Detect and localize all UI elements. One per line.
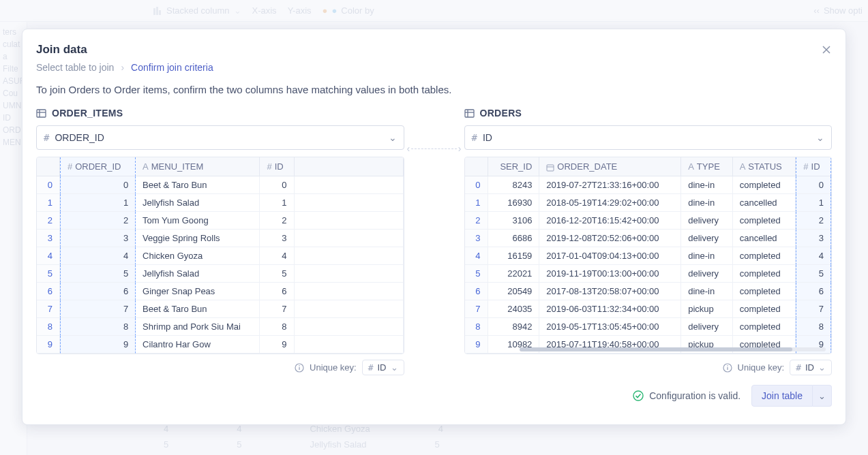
svg-rect-9 (465, 110, 474, 117)
table-row[interactable]: 7 7 Beet & Taro Bun 7 (37, 300, 404, 318)
table-row[interactable]: 4 4 Chicken Gyoza 4 (37, 247, 404, 265)
table-row[interactable]: 9 9 Cilantro Har Gow 9 (37, 336, 404, 354)
unique-key-label: Unique key: (310, 362, 357, 373)
svg-point-17 (633, 391, 643, 401)
table-row[interactable]: 1 1 Jellyfish Salad 1 (37, 194, 404, 212)
hash-icon: # (796, 362, 801, 373)
table-icon (464, 108, 475, 119)
col-header-order-id[interactable]: #ORDER_ID (60, 157, 136, 176)
check-circle-icon (633, 390, 644, 401)
hash-icon: # (472, 132, 477, 143)
left-table-preview: #ORDER_ID AMENU_ITEM #ID 0 0 Beet & Taro… (36, 157, 404, 354)
right-table-preview: SER_ID ORDER_DATE ATYPE ASTATUS #ID 0 82… (464, 157, 833, 354)
col-header-ser-id[interactable]: SER_ID (488, 157, 540, 176)
right-table-title: ORDERS (464, 108, 833, 119)
table-row[interactable]: 8 8 Shrimp and Pork Siu Mai 8 (37, 318, 404, 336)
join-data-modal: Join data Select table to join › Confirm… (22, 29, 846, 425)
table-row[interactable]: 2 3106 2016-12-20T16:15:42+00:00 deliver… (465, 212, 832, 230)
table-row[interactable]: 5 5 Jellyfish Salad 5 (37, 265, 404, 283)
svg-rect-12 (547, 165, 554, 171)
join-connector: ‹› (404, 136, 464, 161)
col-header-status[interactable]: ASTATUS (733, 157, 796, 176)
close-button[interactable] (821, 43, 832, 55)
table-row[interactable]: 0 8243 2019-07-27T21:33:16+00:00 dine-in… (465, 176, 832, 194)
table-row[interactable]: 3 6686 2019-12-08T20:52:06+00:00 deliver… (465, 230, 832, 247)
calendar-icon (546, 163, 554, 172)
col-header-id[interactable]: #ID (796, 157, 831, 176)
table-row[interactable]: 2 2 Tom Yum Goong 2 (37, 212, 404, 230)
instruction-text: To join Orders to Order items, confirm t… (36, 84, 832, 95)
col-header-type[interactable]: ATYPE (681, 157, 733, 176)
modal-title: Join data (36, 43, 87, 57)
table-row[interactable]: 1 16930 2018-05-19T14:29:02+00:00 dine-i… (465, 194, 832, 212)
table-row[interactable]: 4 16159 2017-01-04T09:04:13+00:00 dine-i… (465, 247, 832, 265)
table-row[interactable]: 5 22021 2019-11-19T00:13:00+00:00 delive… (465, 265, 832, 283)
left-column-select[interactable]: #ORDER_ID ⌄ (36, 125, 404, 150)
close-icon (821, 44, 832, 55)
right-unique-key-select[interactable]: # ID ⌄ (790, 360, 832, 375)
chevron-down-icon: ⌄ (391, 362, 398, 373)
table-row[interactable]: 0 0 Beet & Taro Bun 0 (37, 176, 404, 194)
table-row[interactable]: 8 8942 2019-05-17T13:05:45+00:00 deliver… (465, 318, 832, 336)
join-table-dropdown[interactable]: ⌄ (813, 385, 832, 407)
chevron-down-icon: ⌄ (816, 132, 824, 143)
table-row[interactable]: 7 24035 2019-06-03T11:32:34+00:00 pickup… (465, 300, 832, 318)
svg-point-7 (299, 365, 300, 366)
chevron-down-icon: ⌄ (818, 362, 826, 373)
left-table-pane: ORDER_ITEMS #ORDER_ID ⌄ #ORDER_ID AMENU_… (36, 108, 404, 375)
breadcrumb: Select table to join › Confirm join crit… (36, 62, 832, 73)
table-row[interactable]: 6 20549 2017-08-13T20:58:07+00:00 dine-i… (465, 283, 832, 300)
hash-icon: # (368, 362, 374, 373)
info-icon (295, 363, 304, 373)
chevron-right-icon: › (121, 62, 124, 73)
chevron-down-icon: ⌄ (818, 391, 826, 401)
svg-point-15 (727, 365, 728, 366)
validation-message: Configuration is valid. (633, 390, 740, 401)
col-header-menu-item[interactable]: AMENU_ITEM (136, 157, 260, 176)
svg-rect-3 (37, 110, 46, 117)
breadcrumb-step-1[interactable]: Select table to join (36, 62, 114, 73)
left-table-title: ORDER_ITEMS (36, 108, 404, 119)
row-index-header (37, 157, 60, 176)
horizontal-scrollbar-thumb[interactable] (520, 347, 792, 351)
breadcrumb-step-2: Confirm join criteria (131, 62, 213, 73)
table-icon (36, 108, 46, 119)
left-unique-key-select[interactable]: # ID ⌄ (362, 360, 404, 375)
hash-icon: # (44, 132, 49, 143)
join-table-button[interactable]: Join table (751, 385, 813, 407)
unique-key-label: Unique key: (738, 362, 785, 373)
row-index-header (465, 157, 488, 176)
col-header-id[interactable]: #ID (260, 157, 294, 176)
right-table-pane: ORDERS #ID ⌄ SER_ID ORDER_DATE ATYPE AST… (464, 108, 833, 375)
chevron-down-icon: ⌄ (389, 132, 397, 143)
col-header-order-date[interactable]: ORDER_DATE (539, 157, 681, 176)
info-icon (723, 363, 732, 373)
table-row[interactable]: 6 6 Ginger Snap Peas 6 (37, 283, 404, 300)
right-column-select[interactable]: #ID ⌄ (464, 125, 833, 150)
table-row[interactable]: 3 3 Veggie Spring Rolls 3 (37, 230, 404, 247)
